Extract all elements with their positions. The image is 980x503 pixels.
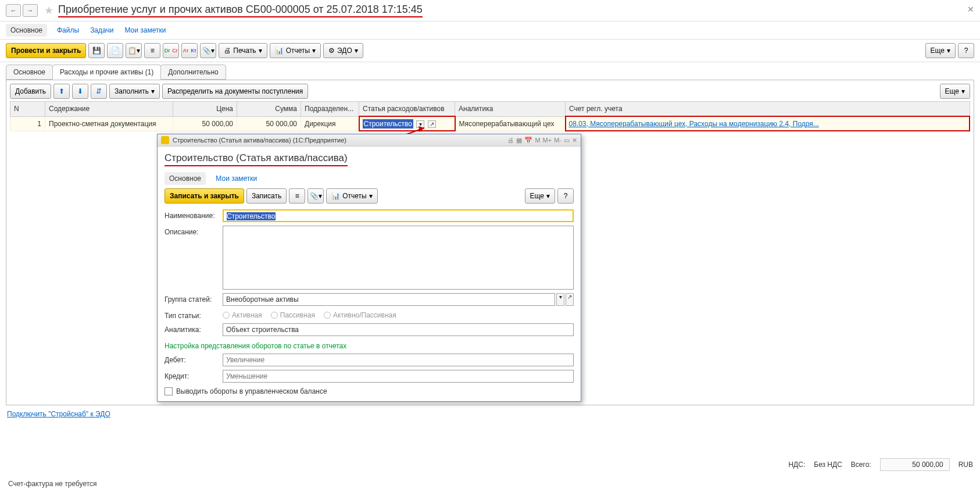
green-heading: Настройка представления оборотов по стат… [164,342,574,350]
move-down-button[interactable]: ⬇ [72,84,88,99]
expense-open-icon[interactable]: ↗ [428,120,436,128]
print-button[interactable]: 🖨 Печать ▾ [219,43,267,58]
popup-tab-notes[interactable]: Мои заметки [214,172,258,185]
nds-label: НДС: [788,461,805,469]
subtab-additional[interactable]: Дополнительно [160,65,226,80]
fill-button[interactable]: Заполнить ▾ [109,84,160,99]
label-credit: Кредит: [164,370,223,380]
nav-forward-button[interactable]: → [23,4,38,17]
expense-dropdown-icon[interactable]: ▾ [416,120,424,128]
edo-button[interactable]: ⚙ ЭДО ▾ [323,43,363,58]
sub-tabs: Основное Расходы и прочие активы (1) Доп… [6,65,974,80]
at-kt-button[interactable]: АтКт [181,43,198,58]
help-button[interactable]: ? [958,43,974,58]
cell-content[interactable]: Проектно-сметная документация [45,116,173,131]
popup-help-button[interactable]: ? [557,188,574,204]
popup-save-close-button[interactable]: Записать и закрыть [164,188,244,204]
popup-reports-button[interactable]: 📊 Отчеты ▾ [326,188,377,204]
connect-edo-link[interactable]: Подключить "Стройснаб" к ЭДО [0,405,117,423]
col-n[interactable]: N [10,102,45,117]
inner-more-button[interactable]: Еще ▾ [940,84,970,99]
popup-window: Строительство (Статья актива/пассива) (1… [157,134,581,402]
cell-expense[interactable]: Строительство ▾ ↗ [359,116,455,131]
popup-tab-main[interactable]: Основное [164,172,206,185]
radio-active[interactable]: Активная [223,311,262,319]
inner-toolbar: Добавить ⬆ ⬇ ⇵ Заполнить ▾ Распределить … [10,84,970,99]
move-up-button[interactable]: ⬆ [53,84,70,99]
distribute-button[interactable]: Распределить на документы поступления [162,84,308,99]
popup-mminus-icon[interactable]: M- [554,137,561,144]
input-credit[interactable] [223,370,574,383]
input-descr[interactable] [223,226,574,290]
nav-back-button[interactable]: ← [6,4,21,17]
tab-tasks[interactable]: Задачи [89,24,115,37]
tab-notes[interactable]: Мои заметки [123,24,167,37]
label-type: Тип статьи: [164,309,223,320]
label-name: Наименование: [164,209,223,220]
label-group: Группа статей: [164,293,223,304]
popup-toolbar: Записать и закрыть Записать ≡ 📎▾ 📊 Отчет… [164,188,574,204]
dr-cr-button[interactable]: DrCr [163,43,179,58]
page-title: Приобретение услуг и прочих активов СБ00… [58,3,423,17]
popup-grid-icon[interactable]: ▦ [516,137,522,144]
popup-more-button[interactable]: Еще ▾ [525,188,555,204]
close-icon[interactable]: ✕ [967,5,974,14]
subtab-expenses[interactable]: Расходы и прочие активы (1) [52,65,161,80]
share-icon-button[interactable]: ⇵ [91,84,107,99]
post-icon-button[interactable]: 📄 [107,43,123,58]
input-analytics[interactable]: Объект строительства [223,323,574,336]
popup-minimize-icon[interactable]: ▭ [564,137,570,144]
cell-price[interactable]: 50 000,00 [173,116,237,131]
col-analytics[interactable]: Аналитика [455,102,566,117]
popup-titlebar[interactable]: Строительство (Статья актива/пассива) (1… [158,134,581,147]
input-debit[interactable] [223,354,574,366]
reports-button[interactable]: 📊 Отчеты ▾ [270,43,321,58]
add-button[interactable]: Добавить [10,84,51,99]
expenses-table: N Содержание Цена Сумма Подразделен... С… [10,101,970,131]
col-price[interactable]: Цена [173,102,237,117]
col-expense[interactable]: Статья расходов/активов [359,102,455,117]
cell-dept[interactable]: Дирекция [301,116,359,131]
group-dropdown-icon[interactable]: ▾ [556,293,564,306]
popup-close-icon[interactable]: ✕ [572,137,577,144]
popup-list-icon[interactable]: ≡ [289,188,305,204]
popup-attach-icon[interactable]: 📎▾ [307,188,324,204]
select-group[interactable]: Внеоборотные активы [223,293,555,306]
col-account[interactable]: Счет регл. учета [566,102,970,117]
subtab-main[interactable]: Основное [6,65,53,80]
popup-app-icon [161,136,169,144]
popup-m-icon[interactable]: M [535,137,540,144]
popup-mplus-icon[interactable]: M+ [543,137,552,144]
tab-main[interactable]: Основное [6,24,47,37]
radio-both[interactable]: Активно/Пассивная [324,311,396,319]
star-icon[interactable]: ★ [44,4,53,17]
attach-icon-button[interactable]: 📎▾ [200,43,216,58]
checkbox-row[interactable]: Выводить обороты в управленческом баланс… [164,387,574,395]
popup-calendar-icon[interactable]: 📅 [524,137,532,144]
invoice-status: Счет-фактура не требуется [1,476,104,491]
list-icon-button[interactable]: ≡ [144,43,160,58]
col-dept[interactable]: Подразделен... [301,102,359,117]
checkbox-icon[interactable] [164,387,173,395]
col-sum[interactable]: Сумма [237,102,301,117]
cell-n[interactable]: 1 [10,116,45,131]
more-button[interactable]: Еще ▾ [925,43,956,58]
cell-sum[interactable]: 50 000,00 [237,116,301,131]
input-name[interactable]: Строительство [223,209,574,222]
table-row[interactable]: 1 Проектно-сметная документация 50 000,0… [10,116,970,131]
popup-window-title: Строительство (Статья актива/пассива) (1… [173,137,346,144]
copy-icon-button[interactable]: 📋▾ [126,43,142,58]
tab-files[interactable]: Файлы [56,24,80,37]
group-open-icon[interactable]: ↗ [566,293,574,306]
popup-print-icon[interactable]: 🖨 [507,137,514,144]
radio-passive[interactable]: Пассивная [271,311,315,319]
popup-save-button[interactable]: Записать [246,188,287,204]
cell-analytics[interactable]: Мясоперерабатывающий цех [455,116,566,131]
save-icon-button[interactable]: 💾 [88,43,105,58]
post-close-button[interactable]: Провести и закрыть [6,43,86,58]
cell-account[interactable]: 08.03, Мясоперерабатывающий цех, Расходы… [566,116,970,131]
radio-group-type: Активная Пассивная Активно/Пассивная [223,309,396,319]
label-descr: Описание: [164,226,223,236]
currency: RUB [958,461,973,469]
col-content[interactable]: Содержание [45,102,173,117]
